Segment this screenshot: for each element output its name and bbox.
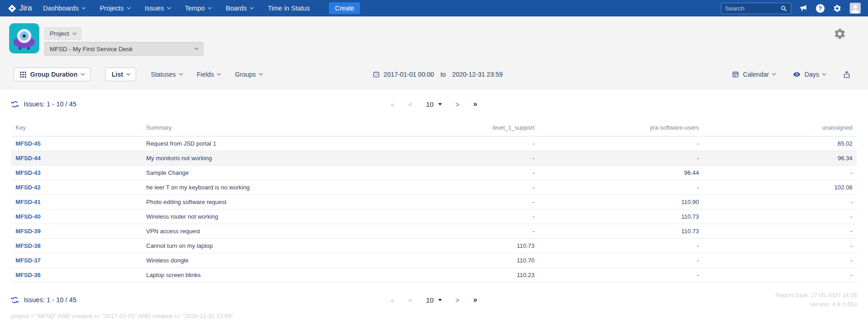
table-row[interactable]: MFSD-36 Laptop screen blinks 110.23 - -: [11, 268, 857, 283]
search-icon[interactable]: [780, 5, 787, 12]
table-header-row: Key Summary level_1_support jira-softwar…: [11, 121, 857, 136]
pagination-next-button[interactable]: >: [455, 296, 460, 304]
issue-summary: he leer T on my keyboard is no working: [142, 180, 441, 195]
pagination-first-button[interactable]: «: [391, 296, 394, 304]
issue-key-link[interactable]: MFSD-36: [16, 272, 41, 278]
duration-level-1-support: -: [441, 166, 539, 180]
nav-dashboards[interactable]: Dashboards: [43, 5, 85, 12]
issue-key-link[interactable]: MFSD-41: [16, 199, 41, 205]
table-row[interactable]: MFSD-37 Wireless dongle 110.70 - -: [11, 253, 857, 268]
issue-key-link[interactable]: MFSD-40: [16, 213, 41, 220]
duration-unassigned: 65.02: [704, 136, 857, 151]
duration-unassigned: -: [704, 195, 857, 210]
duration-jira-software-users: -: [539, 151, 704, 166]
report-date: Report Date: 27.05.2020 14:36: [775, 291, 857, 300]
user-avatar[interactable]: [850, 3, 861, 14]
table-row[interactable]: MFSD-39 VPN access request - 110.73 -: [11, 224, 857, 239]
column-header-jira-software-users[interactable]: jira-software-users: [539, 121, 704, 136]
issue-key-link[interactable]: MFSD-45: [16, 140, 41, 147]
issues-count-label: Issues: 1 - 10 / 45: [24, 296, 76, 304]
refresh-icon[interactable]: [11, 100, 19, 108]
settings-icon[interactable]: [833, 4, 842, 13]
date-to: 2020-12-31 23:59: [452, 71, 503, 78]
pagination-next-button[interactable]: >: [455, 100, 460, 108]
project-avatar: [9, 23, 39, 55]
table-row[interactable]: MFSD-42 he leer T on my keyboard is no w…: [11, 180, 857, 195]
column-header-level-1-support[interactable]: level_1_support: [441, 121, 539, 136]
export-icon[interactable]: [843, 71, 851, 79]
statuses-dropdown[interactable]: Statuses: [151, 71, 182, 78]
report-body: Issues: 1 - 10 / 45 « < 10 > » Key Summa…: [0, 95, 868, 320]
issue-key-link[interactable]: MFSD-39: [16, 228, 41, 235]
nav-tempo[interactable]: Tempo: [185, 5, 212, 12]
duration-unassigned: -: [704, 166, 857, 180]
duration-unassigned: -: [704, 239, 857, 253]
duration-unassigned: -: [704, 253, 857, 268]
toolbar-left: Group Duration List Statuses Fields Grou…: [14, 68, 262, 81]
nav-time-in-status[interactable]: Time in Status: [268, 5, 310, 12]
main-menu: Dashboards Projects Issues Tempo Boards …: [43, 5, 310, 12]
chevron-down-icon: [179, 72, 183, 75]
dropdown-arrow-icon: [438, 103, 442, 105]
announcements-icon[interactable]: [799, 4, 808, 12]
pagination-first-button[interactable]: «: [391, 100, 394, 108]
project-select[interactable]: MFSD - My First Service Desk: [44, 42, 203, 56]
calendar-view-dropdown[interactable]: Calendar: [732, 71, 775, 78]
table-row[interactable]: MFSD-41 Photo editing software request -…: [11, 195, 857, 210]
search-box[interactable]: [721, 3, 791, 14]
table-row[interactable]: MFSD-45 Request from JSD portal 1 - - 65…: [11, 136, 857, 151]
chevron-down-icon: [250, 5, 254, 9]
table-row[interactable]: MFSD-40 Wireless router not working - 11…: [11, 210, 857, 224]
view-list-dropdown[interactable]: List: [105, 68, 136, 81]
navbar-right: ?: [721, 3, 861, 14]
issues-count-bar: Issues: 1 - 10 / 45 « < 10 > »: [11, 95, 857, 113]
duration-level-1-support: -: [441, 195, 539, 210]
nav-issues[interactable]: Issues: [145, 5, 170, 12]
groups-dropdown[interactable]: Groups: [235, 71, 262, 78]
column-header-summary[interactable]: Summary: [142, 121, 441, 136]
chevron-down-icon: [822, 72, 826, 75]
table-row[interactable]: MFSD-43 Sample Change - 96.44 -: [11, 166, 857, 180]
create-button[interactable]: Create: [329, 2, 360, 14]
days-unit-dropdown[interactable]: Days: [793, 70, 826, 79]
issue-summary: My monitoris not working: [142, 151, 441, 166]
duration-level-1-support: -: [441, 180, 539, 195]
calendar-grid-icon: [732, 71, 739, 78]
table-row[interactable]: MFSD-44 My monitoris not working - - 96.…: [11, 151, 857, 166]
pagination-prev-button[interactable]: <: [408, 100, 413, 108]
nav-projects[interactable]: Projects: [100, 5, 130, 12]
table-row[interactable]: MFSD-38 Cannot turn on my laptop 110.73 …: [11, 239, 857, 253]
pagination-prev-button[interactable]: <: [408, 296, 413, 304]
column-header-key[interactable]: Key: [11, 121, 142, 136]
column-header-unassigned[interactable]: unassigned: [704, 121, 857, 136]
issues-table: Key Summary level_1_support jira-softwar…: [11, 121, 857, 283]
issue-summary: Photo editing software request: [142, 195, 441, 210]
issue-key-link[interactable]: MFSD-43: [16, 169, 41, 176]
date-range-picker[interactable]: 2017-01-01 00:00 to 2020-12-31 23:59: [373, 71, 503, 78]
duration-level-1-support: -: [441, 136, 539, 151]
group-duration-dropdown[interactable]: Group Duration: [14, 68, 90, 81]
page-size-select[interactable]: 10: [426, 100, 442, 108]
duration-level-1-support: 110.23: [441, 268, 539, 283]
refresh-icon[interactable]: [11, 296, 19, 304]
pagination-last-button[interactable]: »: [473, 296, 477, 304]
fields-dropdown[interactable]: Fields: [197, 71, 220, 78]
grid-icon: [20, 72, 26, 78]
report-settings-gear-icon[interactable]: [833, 27, 846, 42]
help-icon[interactable]: ?: [816, 4, 825, 13]
duration-jira-software-users: 110.90: [539, 195, 704, 210]
nav-boards[interactable]: Boards: [226, 5, 253, 12]
pagination-last-button[interactable]: »: [473, 100, 477, 108]
duration-unassigned: 102.08: [704, 180, 857, 195]
page-size-select[interactable]: 10: [426, 296, 442, 304]
issue-key-link[interactable]: MFSD-37: [16, 257, 41, 264]
duration-jira-software-users: 96.44: [539, 166, 704, 180]
issue-key-link[interactable]: MFSD-38: [16, 242, 41, 249]
search-input[interactable]: [725, 5, 780, 12]
issue-key-link[interactable]: MFSD-42: [16, 184, 41, 191]
project-type-dropdown[interactable]: Project: [44, 27, 81, 40]
issue-key-link[interactable]: MFSD-44: [16, 155, 41, 162]
report-toolbar: Group Duration List Statuses Fields Grou…: [14, 68, 851, 81]
duration-unassigned: -: [704, 224, 857, 239]
jira-logo[interactable]: Jira: [7, 4, 32, 13]
